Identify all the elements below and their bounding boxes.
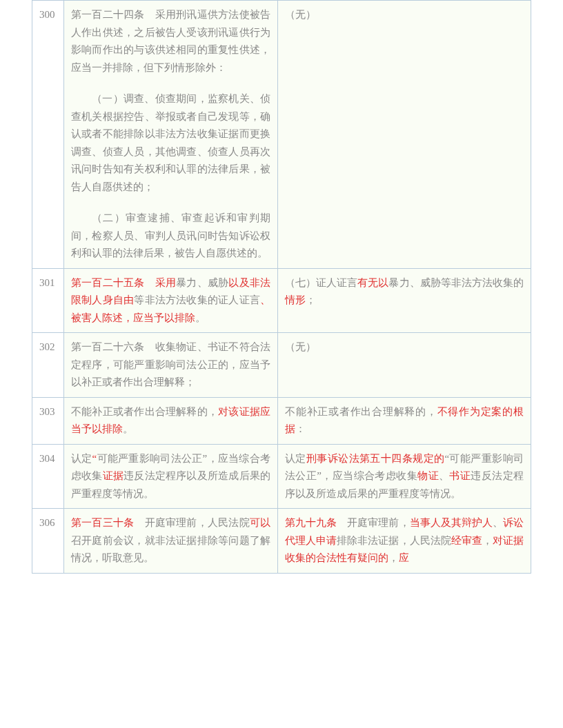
left-cell: 不能补正或者作出合理解释的，对该证据应当予以排除。	[64, 397, 278, 444]
text-segment: 认定	[285, 453, 306, 464]
table-row: 301第一百二十五条 采用暴力、威胁以及非法限制人身自由等非法方法收集的证人证言…	[32, 268, 531, 333]
right-cell: 不能补正或者作出合理解释的，不得作为定案的根据：	[278, 397, 531, 444]
text-segment: 可以	[250, 517, 270, 528]
text-segment: 刑事诉讼法第五十四条规定的	[306, 453, 445, 464]
table-row: 303不能补正或者作出合理解释的，对该证据应当予以排除。不能补正或者作出合理解释…	[32, 397, 531, 444]
text-segment: 开庭审理前，人民法院	[134, 517, 249, 528]
text-segment: （七）	[285, 277, 316, 288]
row-number: 303	[32, 397, 64, 444]
left-cell: 第一百二十五条 采用暴力、威胁以及非法限制人身自由等非法方法收集的证人证言、被害…	[64, 268, 278, 333]
paragraph: 认定“可能严重影响司法公正”，应当综合考虑收集证据违反法定程序以及所造成后果的严…	[71, 450, 270, 503]
paragraph: 第一百三十条 开庭审理前，人民法院可以召开庭前会议，就非法证据排除等问题了解情况…	[71, 514, 270, 567]
row-number: 306	[32, 509, 64, 574]
text-segment: 。	[123, 423, 133, 434]
text-segment: 当事人及其辩护人	[410, 517, 493, 528]
text-segment: 、	[493, 517, 503, 528]
text-segment: 召开庭前会议，就非法证据排除等问题了解情况，听取意见。	[71, 535, 270, 564]
text-segment: 第一百三十条	[71, 517, 134, 528]
left-cell: 第一百二十四条 采用刑讯逼供方法使被告人作出供述，之后被告人受该刑讯逼供行为影响…	[64, 1, 278, 269]
paragraph: 第一百二十四条 采用刑讯逼供方法使被告人作出供述，之后被告人受该刑讯逼供行为影响…	[71, 6, 270, 77]
text-segment: 、	[439, 470, 449, 481]
text-segment: 排除非法证据，人民法院	[337, 535, 451, 546]
table-row: 300第一百二十四条 采用刑讯逼供方法使被告人作出供述，之后被告人受该刑讯逼供行…	[32, 1, 531, 269]
paragraph: 第九十九条 开庭审理前，当事人及其辩护人、诉讼代理人申请排除非法证据，人民法院经…	[285, 514, 524, 567]
paragraph: 第一百二十五条 采用暴力、威胁以及非法限制人身自由等非法方法收集的证人证言、被害…	[71, 274, 270, 327]
text-segment: （一）调查、侦查期间，监察机关、侦查机关根据控告、举报或者自己发现等，确认或者不…	[71, 93, 270, 192]
paragraph: （二）审查逮捕、审查起诉和审判期间，检察人员、审判人员讯问时告知诉讼权利和认罪的…	[71, 210, 270, 263]
text-segment: （无）	[285, 9, 316, 20]
paragraph: （无）	[285, 6, 524, 24]
text-segment: 暴力、威胁等非法方法收集的	[388, 277, 524, 288]
text-segment: 认定	[71, 453, 92, 464]
table-row: 302第一百二十六条 收集物证、书证不符合法定程序，可能严重影响司法公正的，应当…	[32, 333, 531, 398]
text-segment: ，	[388, 552, 399, 563]
left-cell: 第一百二十六条 收集物证、书证不符合法定程序，可能严重影响司法公正的，应当予以补…	[64, 333, 278, 398]
text-segment: 经审查	[451, 535, 482, 546]
text-segment: 第一百二十六条 收集物证、书证不符合法定程序，可能严重影响司法公正的，应当予以补…	[71, 341, 270, 387]
paragraph: （一）调查、侦查期间，监察机关、侦查机关根据控告、举报或者自己发现等，确认或者不…	[71, 90, 270, 196]
text-segment: ：	[295, 423, 306, 434]
text-segment: 第九十九条	[285, 517, 337, 528]
right-cell: 认定刑事诉讼法第五十四条规定的“可能严重影响司法公正”，应当综合考虑收集物证、书…	[278, 444, 531, 509]
text-segment: ，	[482, 535, 493, 546]
row-number: 300	[32, 1, 64, 269]
row-number: 301	[32, 268, 64, 333]
text-segment: ；	[306, 294, 316, 305]
text-segment: 第一百二十五条 采用	[71, 277, 176, 288]
comparison-table: 300第一百二十四条 采用刑讯逼供方法使被告人作出供述，之后被告人受该刑讯逼供行…	[32, 0, 531, 574]
text-segment: 应	[399, 552, 409, 563]
text-segment: 证据	[103, 470, 124, 481]
text-segment: 不能补正或者作出合理解释的，	[285, 406, 437, 417]
text-segment: 证人证言	[316, 277, 357, 288]
text-segment: 有无以	[357, 277, 388, 288]
paragraph: 不能补正或者作出合理解释的，对该证据应当予以排除。	[71, 403, 270, 438]
text-segment: 物证	[417, 470, 439, 481]
row-number: 302	[32, 333, 64, 398]
paragraph: （七）证人证言有无以暴力、威胁等非法方法收集的情形；	[285, 274, 524, 310]
table-row: 306第一百三十条 开庭审理前，人民法院可以召开庭前会议，就非法证据排除等问题了…	[32, 509, 531, 574]
text-segment: （无）	[285, 341, 316, 352]
text-segment: 暴力、威胁	[176, 277, 228, 288]
text-segment: （二）审查逮捕、审查起诉和审判期间，检察人员、审判人员讯问时告知诉讼权利和认罪的…	[71, 212, 270, 259]
text-segment: 书证	[449, 470, 471, 481]
right-cell: 第九十九条 开庭审理前，当事人及其辩护人、诉讼代理人申请排除非法证据，人民法院经…	[278, 509, 531, 574]
paragraph: 第一百二十六条 收集物证、书证不符合法定程序，可能严重影响司法公正的，应当予以补…	[71, 338, 270, 392]
paragraph: （无）	[285, 338, 524, 356]
paragraph: 认定刑事诉讼法第五十四条规定的“可能严重影响司法公正”，应当综合考虑收集物证、书…	[285, 450, 524, 503]
right-cell: （七）证人证言有无以暴力、威胁等非法方法收集的情形；	[278, 268, 531, 333]
text-segment: 不能补正或者作出合理解释的，	[71, 406, 218, 417]
row-number: 304	[32, 444, 64, 509]
right-cell: （无）	[278, 333, 531, 398]
table-row: 304认定“可能严重影响司法公正”，应当综合考虑收集证据违反法定程序以及所造成后…	[32, 444, 531, 509]
text-segment: 开庭审理前，	[337, 517, 409, 528]
text-segment: 等非法方法收集的证人证言	[134, 294, 260, 305]
right-cell: （无）	[278, 1, 531, 269]
left-cell: 第一百三十条 开庭审理前，人民法院可以召开庭前会议，就非法证据排除等问题了解情况…	[64, 509, 278, 574]
text-segment: 情形	[285, 294, 306, 305]
text-segment: 第一百二十四条 采用刑讯逼供方法使被告人作出供述，之后被告人受该刑讯逼供行为影响…	[71, 9, 270, 73]
paragraph: 不能补正或者作出合理解释的，不得作为定案的根据：	[285, 403, 524, 438]
left-cell: 认定“可能严重影响司法公正”，应当综合考虑收集证据违反法定程序以及所造成后果的严…	[64, 444, 278, 509]
text-segment: 。	[195, 312, 206, 323]
